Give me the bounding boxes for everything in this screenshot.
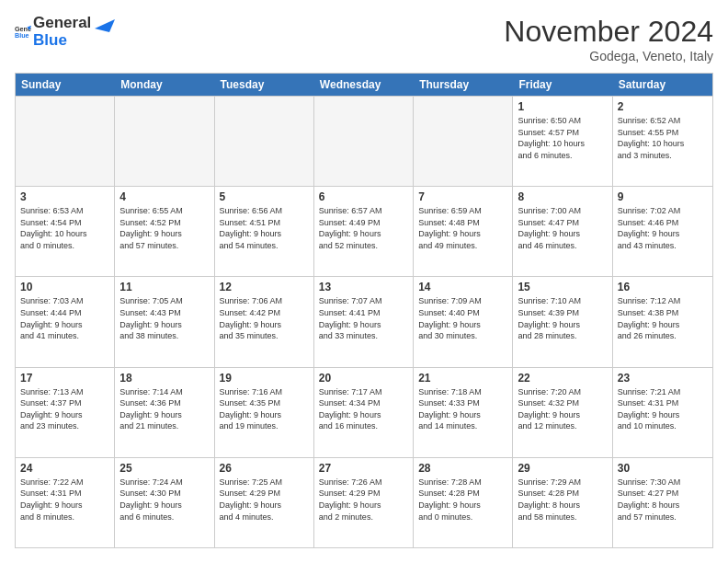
calendar-cell-r1c5: 8Sunrise: 7:00 AM Sunset: 4:47 PM Daylig… [513, 187, 612, 276]
calendar-cell-r2c6: 16Sunrise: 7:12 AM Sunset: 4:38 PM Dayli… [613, 277, 712, 366]
location: Godega, Veneto, Italy [504, 49, 713, 63]
calendar-cell-r2c1: 11Sunrise: 7:05 AM Sunset: 4:43 PM Dayli… [115, 277, 214, 366]
calendar-cell-r2c0: 10Sunrise: 7:03 AM Sunset: 4:44 PM Dayli… [16, 277, 115, 366]
calendar-row-4: 17Sunrise: 7:13 AM Sunset: 4:37 PM Dayli… [16, 367, 712, 457]
day-number: 20 [319, 372, 408, 385]
header: General Blue General Blue November 2024 … [15, 15, 713, 63]
cell-info: Sunrise: 7:20 AM Sunset: 4:32 PM Dayligh… [518, 386, 607, 432]
calendar-cell-r4c1: 25Sunrise: 7:24 AM Sunset: 4:30 PM Dayli… [115, 458, 214, 547]
cell-info: Sunrise: 6:55 AM Sunset: 4:52 PM Dayligh… [119, 205, 209, 251]
calendar-cell-r4c0: 24Sunrise: 7:22 AM Sunset: 4:31 PM Dayli… [16, 458, 115, 547]
day-number: 29 [518, 462, 607, 475]
day-number: 1 [518, 100, 607, 113]
calendar-cell-r3c2: 19Sunrise: 7:16 AM Sunset: 4:35 PM Dayli… [215, 368, 314, 457]
day-number: 18 [119, 372, 209, 385]
calendar-cell-r4c6: 30Sunrise: 7:30 AM Sunset: 4:27 PM Dayli… [613, 458, 712, 547]
cell-info: Sunrise: 7:00 AM Sunset: 4:47 PM Dayligh… [518, 205, 607, 251]
day-number: 3 [20, 190, 109, 203]
svg-text:Blue: Blue [15, 31, 29, 40]
cell-info: Sunrise: 7:05 AM Sunset: 4:43 PM Dayligh… [119, 295, 209, 341]
calendar-cell-r2c4: 14Sunrise: 7:09 AM Sunset: 4:40 PM Dayli… [414, 277, 513, 366]
calendar-cell-r0c3 [314, 97, 414, 186]
day-number: 27 [319, 462, 408, 475]
logo-icon: General Blue [15, 24, 31, 40]
cell-info: Sunrise: 7:07 AM Sunset: 4:41 PM Dayligh… [319, 295, 408, 341]
header-thursday: Thursday [414, 74, 513, 96]
day-number: 12 [220, 281, 309, 293]
day-number: 30 [618, 462, 708, 475]
cell-info: Sunrise: 7:30 AM Sunset: 4:27 PM Dayligh… [618, 477, 708, 523]
calendar-cell-r2c2: 12Sunrise: 7:06 AM Sunset: 4:42 PM Dayli… [215, 277, 314, 366]
cell-info: Sunrise: 6:57 AM Sunset: 4:49 PM Dayligh… [319, 205, 408, 251]
calendar-cell-r3c0: 17Sunrise: 7:13 AM Sunset: 4:37 PM Dayli… [16, 368, 115, 457]
day-number: 13 [319, 281, 408, 293]
day-number: 19 [220, 372, 309, 385]
cell-info: Sunrise: 7:24 AM Sunset: 4:30 PM Dayligh… [119, 477, 209, 523]
calendar-cell-r2c5: 15Sunrise: 7:10 AM Sunset: 4:39 PM Dayli… [513, 277, 612, 366]
day-number: 8 [518, 190, 607, 203]
month-title: November 2024 [504, 15, 713, 49]
day-number: 10 [20, 281, 109, 293]
cell-info: Sunrise: 7:13 AM Sunset: 4:37 PM Dayligh… [20, 386, 109, 432]
cell-info: Sunrise: 7:06 AM Sunset: 4:42 PM Dayligh… [220, 295, 309, 341]
day-number: 22 [518, 372, 607, 385]
day-number: 15 [518, 281, 607, 293]
day-number: 7 [418, 190, 507, 203]
calendar-cell-r1c1: 4Sunrise: 6:55 AM Sunset: 4:52 PM Daylig… [115, 187, 214, 276]
calendar-row-2: 3Sunrise: 6:53 AM Sunset: 4:54 PM Daylig… [16, 186, 712, 276]
cell-info: Sunrise: 6:50 AM Sunset: 4:57 PM Dayligh… [518, 115, 607, 161]
calendar-cell-r3c6: 23Sunrise: 7:21 AM Sunset: 4:31 PM Dayli… [613, 368, 712, 457]
cell-info: Sunrise: 7:22 AM Sunset: 4:31 PM Dayligh… [20, 477, 109, 523]
header-monday: Monday [115, 74, 214, 96]
calendar-header: Sunday Monday Tuesday Wednesday Thursday… [16, 74, 712, 96]
header-saturday: Saturday [613, 74, 712, 96]
day-number: 17 [20, 372, 109, 385]
calendar-cell-r1c2: 5Sunrise: 6:56 AM Sunset: 4:51 PM Daylig… [215, 187, 314, 276]
calendar-cell-r0c5: 1Sunrise: 6:50 AM Sunset: 4:57 PM Daylig… [513, 97, 612, 186]
calendar: Sunday Monday Tuesday Wednesday Thursday… [15, 73, 713, 548]
header-sunday: Sunday [16, 74, 115, 96]
day-number: 14 [418, 281, 507, 293]
calendar-cell-r3c4: 21Sunrise: 7:18 AM Sunset: 4:33 PM Dayli… [414, 368, 513, 457]
day-number: 5 [220, 190, 309, 203]
day-number: 23 [618, 372, 708, 385]
cell-info: Sunrise: 6:52 AM Sunset: 4:55 PM Dayligh… [618, 115, 708, 161]
logo-bird-icon [95, 16, 115, 41]
day-number: 25 [119, 462, 209, 475]
calendar-cell-r4c3: 27Sunrise: 7:26 AM Sunset: 4:29 PM Dayli… [314, 458, 414, 547]
cell-info: Sunrise: 7:18 AM Sunset: 4:33 PM Dayligh… [418, 386, 507, 432]
calendar-cell-r1c3: 6Sunrise: 6:57 AM Sunset: 4:49 PM Daylig… [314, 187, 414, 276]
cell-info: Sunrise: 7:14 AM Sunset: 4:36 PM Dayligh… [119, 386, 209, 432]
title-block: November 2024 Godega, Veneto, Italy [504, 15, 713, 63]
calendar-cell-r2c3: 13Sunrise: 7:07 AM Sunset: 4:41 PM Dayli… [314, 277, 414, 366]
calendar-cell-r0c0 [16, 97, 115, 186]
logo: General Blue General Blue [15, 15, 115, 49]
day-number: 28 [418, 462, 507, 475]
cell-info: Sunrise: 6:53 AM Sunset: 4:54 PM Dayligh… [20, 205, 109, 251]
day-number: 6 [319, 190, 408, 203]
cell-info: Sunrise: 7:02 AM Sunset: 4:46 PM Dayligh… [618, 205, 708, 251]
calendar-cell-r3c1: 18Sunrise: 7:14 AM Sunset: 4:36 PM Dayli… [115, 368, 214, 457]
cell-info: Sunrise: 7:25 AM Sunset: 4:29 PM Dayligh… [220, 477, 309, 523]
svg-marker-3 [95, 19, 115, 32]
cell-info: Sunrise: 7:16 AM Sunset: 4:35 PM Dayligh… [220, 386, 309, 432]
cell-info: Sunrise: 7:26 AM Sunset: 4:29 PM Dayligh… [319, 477, 408, 523]
header-friday: Friday [513, 74, 612, 96]
logo-general-text: General [33, 15, 91, 32]
calendar-cell-r4c5: 29Sunrise: 7:29 AM Sunset: 4:28 PM Dayli… [513, 458, 612, 547]
cell-info: Sunrise: 7:12 AM Sunset: 4:38 PM Dayligh… [618, 295, 708, 341]
day-number: 24 [20, 462, 109, 475]
day-number: 26 [220, 462, 309, 475]
calendar-row-5: 24Sunrise: 7:22 AM Sunset: 4:31 PM Dayli… [16, 457, 712, 547]
cell-info: Sunrise: 6:56 AM Sunset: 4:51 PM Dayligh… [220, 205, 309, 251]
header-tuesday: Tuesday [215, 74, 314, 96]
calendar-cell-r1c6: 9Sunrise: 7:02 AM Sunset: 4:46 PM Daylig… [613, 187, 712, 276]
day-number: 2 [618, 100, 708, 113]
cell-info: Sunrise: 7:03 AM Sunset: 4:44 PM Dayligh… [20, 295, 109, 341]
day-number: 9 [618, 190, 708, 203]
calendar-cell-r0c6: 2Sunrise: 6:52 AM Sunset: 4:55 PM Daylig… [613, 97, 712, 186]
calendar-body: 1Sunrise: 6:50 AM Sunset: 4:57 PM Daylig… [16, 96, 712, 547]
page: General Blue General Blue November 2024 … [0, 0, 728, 563]
calendar-cell-r4c2: 26Sunrise: 7:25 AM Sunset: 4:29 PM Dayli… [215, 458, 314, 547]
calendar-cell-r0c1 [115, 97, 214, 186]
